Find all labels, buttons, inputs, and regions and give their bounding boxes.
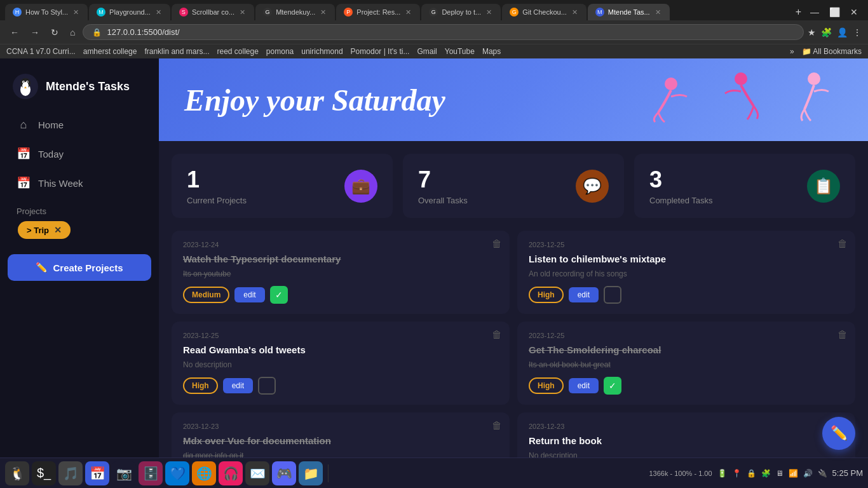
vscode-icon[interactable]: 💙 — [165, 461, 189, 485]
task-card-1: 🗑 2023-12-24 Watch the Typescript docume… — [172, 231, 510, 314]
svg-point-7 — [22, 82, 29, 90]
create-projects-button[interactable]: ✏️ Create Projects — [8, 254, 151, 281]
address-bar[interactable]: 🔒 127.0.0.1:5500/dist/ — [83, 24, 804, 40]
minimize-button[interactable]: — — [808, 4, 822, 20]
camera-icon[interactable]: 📷 — [112, 461, 136, 485]
bookmark-item-3[interactable]: reed college — [217, 47, 258, 56]
sidebar: Mtende's Tasks ⌂ Home 📅 Today 📅 This Wee… — [0, 58, 159, 458]
bookmark-item-5[interactable]: unirichmond — [301, 47, 342, 56]
music-icon[interactable]: 🎵 — [58, 461, 83, 485]
bookmark-item-4[interactable]: pomona — [266, 47, 294, 56]
tab-close-button[interactable]: ✕ — [571, 8, 579, 17]
browser-tab-7[interactable]: G Git Checkou... ✕ — [502, 4, 587, 20]
forward-button[interactable]: → — [27, 25, 43, 40]
bookmarks-all-button[interactable]: 📁 All Bookmarks — [802, 47, 862, 56]
project-tag[interactable]: > Trip ✕ — [18, 221, 71, 239]
profile-button[interactable]: 👤 — [837, 27, 848, 37]
tab-close-button[interactable]: ✕ — [404, 8, 412, 17]
bookmark-item-8[interactable]: YouTube — [445, 47, 475, 56]
menu-button[interactable]: ⋮ — [853, 27, 862, 37]
charger-icon: 🔌 — [818, 469, 827, 478]
task-checkbox-1[interactable] — [270, 286, 288, 304]
dancing-figure-2 — [709, 71, 773, 128]
task-description-3: No description — [183, 360, 498, 369]
tab-close-button[interactable]: ✕ — [154, 8, 163, 17]
back-button[interactable]: ← — [6, 25, 23, 40]
chrome-icon[interactable]: 🌐 — [192, 461, 216, 485]
home-nav-button[interactable]: ⌂ — [66, 25, 79, 40]
task-card-3: 🗑 2023-12-25 Read Gwamba's old tweets No… — [172, 322, 510, 405]
email-icon[interactable]: ✉️ — [245, 461, 269, 485]
sidebar-item-today[interactable]: 📅 Today — [8, 140, 151, 167]
fab-edit-button[interactable]: ✏️ — [822, 417, 855, 450]
bookmark-item-7[interactable]: Gmail — [417, 47, 437, 56]
extensions-button[interactable]: 🧩 — [821, 27, 832, 37]
stat-card-1: 7 Overall Tasks 💬 — [403, 154, 624, 218]
bookmark-item-0[interactable]: CCNA 1 v7.0 Curri... — [6, 47, 76, 56]
close-button[interactable]: ✕ — [848, 4, 860, 20]
task-title-5: Mdx over Vue for documentation — [183, 435, 498, 446]
bookmark-item-6[interactable]: Pomodor | It's ti... — [351, 47, 410, 56]
stat-info-2: 3 Completed Tasks — [649, 166, 712, 205]
discord-icon[interactable]: 🎮 — [272, 461, 296, 485]
tab-favicon: M — [595, 8, 604, 17]
browser-tab-4[interactable]: G Mtendekuy... ✕ — [255, 4, 335, 20]
create-icon: ✏️ — [36, 262, 48, 273]
new-tab-button[interactable]: + — [790, 4, 806, 20]
task-checkbox-2[interactable] — [604, 286, 621, 304]
bookmark-item-1[interactable]: amherst college — [83, 47, 137, 56]
browser-tab-1[interactable]: H How To Styl... ✕ — [5, 4, 88, 20]
task-edit-button-1[interactable]: edit — [234, 287, 264, 302]
task-edit-button-3[interactable]: edit — [223, 378, 253, 393]
browser-tab-3[interactable]: S Scrollbar co... ✕ — [172, 4, 254, 20]
battery-icon: 🔋 — [717, 469, 727, 478]
task-delete-button-2[interactable]: 🗑 — [837, 238, 848, 250]
taskbar-right: 1366k - 100% - 1.00 🔋 📍 🔒 🧩 🖥 📶 🔊 🔌 5:25… — [649, 468, 864, 478]
tab-close-button[interactable]: ✕ — [72, 8, 80, 17]
tab-title: Git Checkou... — [522, 8, 567, 16]
today-nav-icon: 📅 — [17, 147, 31, 161]
browser-tab-8[interactable]: M Mtende Tas... ✕ — [588, 4, 670, 20]
priority-badge-3: High — [183, 377, 218, 394]
linux-icon[interactable]: 🐧 — [5, 461, 29, 485]
app-container: Mtende's Tasks ⌂ Home 📅 Today 📅 This Wee… — [0, 58, 868, 458]
lock-icon: 🔒 — [92, 28, 102, 37]
task-title-3: Read Gwamba's old tweets — [183, 344, 498, 355]
podcast-icon[interactable]: 🎧 — [219, 461, 243, 485]
browser-tab-2[interactable]: M Playground... ✕ — [89, 4, 170, 20]
tab-close-button[interactable]: ✕ — [238, 8, 247, 17]
bookmark-item-9[interactable]: Maps — [482, 47, 501, 56]
tab-close-button[interactable]: ✕ — [485, 8, 493, 17]
task-delete-button-5[interactable]: 🗑 — [492, 420, 502, 431]
sidebar-item-home[interactable]: ⌂ Home — [8, 112, 151, 138]
penguin-logo-icon — [13, 74, 38, 99]
tab-close-button[interactable]: ✕ — [319, 8, 327, 17]
project-tag-remove[interactable]: ✕ — [54, 225, 62, 235]
task-checkbox-4[interactable] — [604, 377, 621, 395]
task-delete-button-4[interactable]: 🗑 — [837, 329, 848, 341]
task-delete-button-1[interactable]: 🗑 — [492, 238, 502, 250]
browser-tab-5[interactable]: P Project: Res... ✕ — [336, 4, 420, 20]
banner-illustrations — [646, 71, 843, 128]
database-icon[interactable]: 🗄️ — [139, 461, 163, 485]
tab-close-button[interactable]: ✕ — [654, 8, 662, 17]
terminal-icon[interactable]: $_ — [32, 461, 56, 485]
maximize-button[interactable]: ⬜ — [827, 4, 843, 20]
home-nav-label: Home — [38, 119, 64, 130]
calendar-icon[interactable]: 📅 — [85, 461, 109, 485]
files-icon[interactable]: 📁 — [299, 461, 323, 485]
stat-card-2: 3 Completed Tasks 📋 — [634, 154, 855, 218]
task-delete-button-3[interactable]: 🗑 — [492, 329, 502, 341]
stat-number-1: 7 — [418, 166, 468, 193]
browser-tab-6[interactable]: G Deploy to t... ✕ — [421, 4, 501, 20]
star-button[interactable]: ★ — [808, 27, 816, 37]
stat-number-2: 3 — [649, 166, 712, 193]
bookmarks-more-button[interactable]: » — [790, 47, 794, 56]
task-edit-button-2[interactable]: edit — [569, 287, 599, 302]
task-edit-button-4[interactable]: edit — [569, 378, 599, 393]
task-description-6: No description — [529, 451, 844, 458]
refresh-button[interactable]: ↻ — [47, 25, 62, 40]
sidebar-item-this-week[interactable]: 📅 This Week — [8, 170, 151, 196]
task-checkbox-3[interactable] — [258, 377, 276, 395]
bookmark-item-2[interactable]: franklin and mars... — [144, 47, 209, 56]
